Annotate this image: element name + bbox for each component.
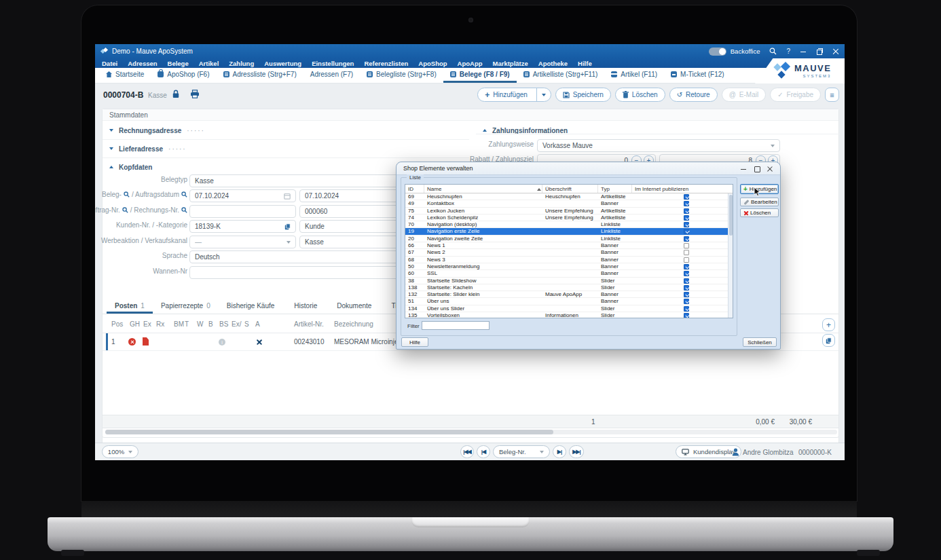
add-item-button[interactable]: + <box>822 318 835 331</box>
workspace-tab[interactable]: Adressliste (Strg+F7) <box>217 68 303 83</box>
shop-element-row[interactable]: 135 Vorteilsboxen Informationen Slider <box>405 312 733 318</box>
email-button[interactable]: @ E-Mail <box>722 88 767 102</box>
shop-element-row[interactable]: 134 Über uns Slider Slider <box>405 305 733 312</box>
published-checkbox[interactable] <box>684 292 689 297</box>
published-checkbox[interactable] <box>684 278 689 284</box>
workspace-tab[interactable]: Artikel (F11) <box>604 68 664 83</box>
menu-item[interactable]: Zahlung <box>229 60 254 67</box>
menu-item[interactable]: Adressen <box>128 60 157 67</box>
last-record-button[interactable]: ▶▶| <box>569 445 584 458</box>
magnifier-icon[interactable] <box>122 207 128 213</box>
backoffice-toggle[interactable] <box>709 48 726 56</box>
shop-element-row[interactable]: 69 Heuschnupfen Heuschnupfen Artikellist… <box>405 193 733 200</box>
published-checkbox[interactable] <box>684 208 689 214</box>
published-checkbox[interactable] <box>684 236 689 242</box>
scrollbar-thumb[interactable] <box>729 195 733 236</box>
menu-item[interactable]: ApoShop <box>418 60 447 67</box>
more-menu-button[interactable]: ≡ <box>825 88 839 102</box>
menu-item[interactable]: Belege <box>168 60 189 67</box>
published-checkbox[interactable] <box>684 250 689 255</box>
posten-tab[interactable]: Dokumente <box>329 299 383 314</box>
calendar-icon[interactable] <box>284 193 291 200</box>
shop-element-row[interactable]: 38 Startseite Slideshow Slider <box>405 278 733 284</box>
menu-item[interactable]: Apotheke <box>538 60 568 67</box>
workspace-tab[interactable]: M-Ticket (F12) <box>664 68 731 83</box>
menu-item[interactable]: ApoApp <box>458 60 483 67</box>
remove-icon[interactable] <box>256 339 262 345</box>
published-checkbox[interactable] <box>684 285 689 291</box>
published-checkbox[interactable] <box>684 299 689 304</box>
shop-element-row[interactable]: 19 Navigation erste Zeile Linkliste <box>405 228 733 235</box>
section-rechnungsadresse[interactable]: Rechnungsadresse ····· <box>103 122 469 139</box>
shop-element-row[interactable]: 66 News 1 Banner <box>405 242 733 249</box>
minimize-icon[interactable] <box>800 48 807 55</box>
dialog-maximize-icon[interactable] <box>754 165 761 172</box>
dialog-titlebar[interactable]: Shop Elemente verwalten <box>396 162 780 175</box>
published-checkbox[interactable] <box>684 264 689 269</box>
shop-element-row[interactable]: 60 SSL Banner <box>405 270 733 277</box>
auftragnr-field[interactable] <box>189 205 296 218</box>
freigabe-button[interactable]: ✓ Freigabe <box>770 88 821 102</box>
dialog-edit-button[interactable]: Bearbeiten <box>740 198 779 206</box>
magnifier-icon[interactable] <box>181 207 187 213</box>
dialog-delete-button[interactable]: Löschen <box>740 208 779 217</box>
menu-item[interactable]: Marktplätze <box>493 60 528 67</box>
menu-item[interactable]: Auswertung <box>264 60 301 67</box>
copy-icon[interactable] <box>284 223 291 230</box>
shop-element-row[interactable]: 20 Navigation zweite Zeile Linkliste <box>405 236 733 242</box>
shop-element-row[interactable]: 67 News 2 Banner <box>405 249 733 256</box>
filter-input[interactable] <box>422 321 490 330</box>
zahlungsweise-select[interactable]: Vorkasse Mauve <box>537 139 780 152</box>
col-ueberschrift[interactable]: Überschrift <box>542 185 598 193</box>
menu-item[interactable]: Referenzlisten <box>364 60 408 67</box>
published-checkbox[interactable] <box>684 215 689 221</box>
menu-item[interactable]: Hilfe <box>578 60 592 67</box>
shop-element-row[interactable]: 68 News 3 Banner <box>405 257 733 263</box>
posten-tab[interactable]: Posten 1 <box>107 299 153 314</box>
posten-tab[interactable]: Historie <box>286 299 329 314</box>
published-checkbox[interactable] <box>684 271 689 276</box>
published-checkbox[interactable] <box>684 201 689 206</box>
next-record-button[interactable]: ▶| <box>553 445 566 458</box>
record-field-select[interactable]: Beleg-Nr. <box>493 445 550 458</box>
zoom-select[interactable]: 100% <box>102 445 139 458</box>
magnifier-icon[interactable] <box>124 191 130 198</box>
dialog-minimize-icon[interactable] <box>740 165 748 172</box>
shop-element-row[interactable]: 138 Startseite: Kacheln Slider <box>405 284 733 291</box>
shop-element-row[interactable]: 74 Lexikon Scheidenpilz Unsere Empfehlun… <box>405 214 733 221</box>
delete-button[interactable]: Löschen <box>615 88 665 102</box>
close-icon[interactable] <box>832 48 839 55</box>
workspace-tab[interactable]: Adressen (F7) <box>303 68 360 83</box>
add-button[interactable]: +Hinzufügen <box>477 88 551 102</box>
shop-element-row[interactable]: 132 Startseite: Slider klein Mauve ApoAp… <box>405 291 733 298</box>
shop-element-row[interactable]: 51 Über uns Banner <box>405 298 733 305</box>
dialog-close-icon[interactable] <box>766 165 773 172</box>
help-icon[interactable]: ? <box>786 48 790 55</box>
dialog-help-button[interactable]: Hilfe <box>401 337 428 347</box>
published-checkbox[interactable] <box>684 222 689 227</box>
published-checkbox[interactable] <box>684 229 689 234</box>
belegdatum-field[interactable]: 07.10.2024 <box>189 189 296 202</box>
workspace-tab[interactable]: Startseite <box>99 68 151 83</box>
copy-item-button[interactable] <box>822 334 835 347</box>
col-typ[interactable]: Typ <box>598 185 632 193</box>
scrollbar-thumb[interactable] <box>105 430 553 434</box>
first-record-button[interactable]: |◀◀ <box>460 445 474 458</box>
retoure-button[interactable]: ↺ Retoure <box>669 88 718 102</box>
col-publizieren[interactable]: Im Internet publizieren <box>632 185 733 193</box>
published-checkbox[interactable] <box>684 243 689 248</box>
menu-item[interactable]: Artikel <box>199 60 219 67</box>
col-name[interactable]: Name <box>424 185 542 193</box>
shop-element-row[interactable]: 50 Newsletteranmeldung Banner <box>405 263 733 270</box>
shop-element-row[interactable]: 70 Navigation (desktop) Linkliste <box>405 221 733 228</box>
shop-element-row[interactable]: 75 Lexikon Jucken Unsere Empfehlung Arti… <box>405 208 733 214</box>
prev-record-button[interactable]: |◀ <box>477 445 490 458</box>
workspace-tab[interactable]: Belege (F8 / F9) <box>443 68 517 83</box>
section-lieferadresse[interactable]: Lieferadresse ····· <box>103 140 469 157</box>
published-checkbox[interactable] <box>684 306 689 312</box>
published-checkbox[interactable] <box>684 194 689 200</box>
search-icon[interactable] <box>769 48 777 55</box>
published-checkbox[interactable] <box>684 257 689 263</box>
workspace-tab[interactable]: ApoShop (F6) <box>151 68 216 83</box>
dialog-close-button[interactable]: Schließen <box>743 337 777 347</box>
